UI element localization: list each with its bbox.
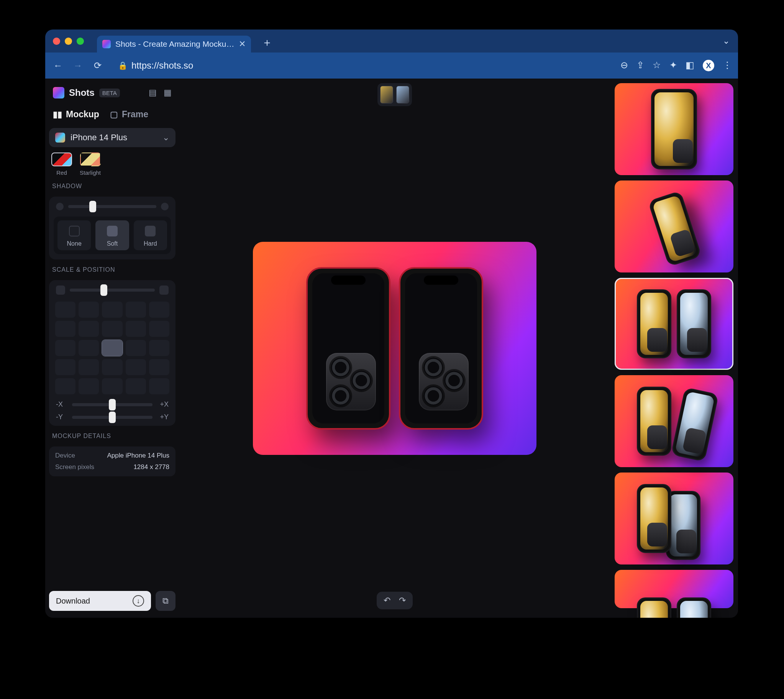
grid-icon[interactable]: ▦ (164, 88, 172, 98)
camera-bump-icon (326, 353, 376, 411)
chat-icon[interactable]: ▤ (149, 88, 157, 98)
shadow-hard-label: Hard (144, 240, 157, 247)
scale-section-title: SCALE & POSITION (49, 265, 175, 275)
back-button[interactable]: ← (51, 59, 65, 72)
profile-icon[interactable]: X (703, 60, 714, 71)
preset-item[interactable] (615, 570, 733, 608)
position-cell[interactable] (102, 340, 122, 356)
browser-tab[interactable]: Shots - Create Amazing Mocku… ✕ (97, 36, 251, 53)
shadow-slider-thumb[interactable] (89, 201, 96, 212)
preset-item[interactable] (615, 83, 733, 175)
position-cell[interactable] (79, 378, 99, 394)
forward-button[interactable]: → (71, 59, 84, 72)
position-cell[interactable] (79, 359, 99, 375)
zoom-out-icon[interactable]: ⊖ (620, 60, 628, 71)
preset-item[interactable] (615, 278, 733, 370)
position-cell[interactable] (55, 359, 76, 375)
position-cell[interactable] (79, 340, 99, 356)
tabs-menu-icon[interactable]: ⌄ (723, 36, 733, 46)
position-cell[interactable] (126, 359, 146, 375)
canvas-card[interactable] (253, 242, 536, 455)
tab-frame[interactable]: ▢ Frame (110, 109, 148, 119)
position-cell[interactable] (149, 301, 169, 318)
panel-tabs: ▮▮ Mockup ▢ Frame (49, 108, 175, 123)
x-plus-label: +X (157, 401, 169, 409)
canvas: ↶ ↷ (179, 79, 610, 618)
preset-item[interactable] (615, 181, 733, 272)
x-slider[interactable] (72, 403, 152, 406)
phone-mockup-2[interactable] (399, 267, 483, 430)
position-cell[interactable] (149, 378, 169, 394)
details-key: Screen pixels (55, 463, 94, 471)
screen-1 (312, 273, 384, 424)
position-cell[interactable] (126, 340, 146, 356)
layer-thumb-2[interactable] (396, 86, 409, 103)
color-swatch-starlight[interactable] (80, 152, 101, 166)
position-cell[interactable] (55, 378, 76, 394)
position-cell[interactable] (102, 359, 122, 375)
extensions-icon[interactable]: ✦ (670, 60, 677, 71)
share-icon[interactable]: ⇪ (637, 60, 644, 71)
undo-button[interactable]: ↶ (384, 596, 390, 606)
download-icon: ↓ (132, 595, 144, 607)
position-cell[interactable] (102, 378, 122, 394)
phone-mockup-1[interactable] (306, 267, 390, 430)
sidepanel-icon[interactable]: ◧ (686, 60, 694, 71)
scale-max-icon (159, 285, 169, 295)
position-cell[interactable] (79, 321, 99, 337)
device-select[interactable]: iPhone 14 Plus ⌄ (49, 128, 175, 147)
address-input[interactable]: 🔒 https://shots.so (111, 57, 614, 74)
position-cell[interactable] (79, 301, 99, 318)
new-tab-button[interactable]: ＋ (262, 35, 273, 50)
position-cell[interactable] (102, 301, 122, 318)
tab-mockup[interactable]: ▮▮ Mockup (53, 109, 99, 119)
title-bar: Shots - Create Amazing Mocku… ✕ ＋ ⌄ (45, 30, 738, 53)
preset-item[interactable] (615, 472, 733, 565)
close-tab-icon[interactable]: ✕ (239, 39, 246, 49)
position-cell[interactable] (55, 340, 76, 356)
kebab-menu-icon[interactable]: ⋮ (723, 60, 732, 71)
url-text: https://shots.so (131, 60, 193, 71)
bookmark-icon[interactable]: ☆ (653, 60, 661, 71)
y-slider-thumb[interactable] (109, 412, 116, 423)
position-cell[interactable] (102, 321, 122, 337)
shadow-option-none[interactable]: None (58, 220, 91, 250)
layer-thumb-1[interactable] (380, 86, 393, 103)
scale-slider[interactable] (70, 288, 155, 292)
download-button[interactable]: Download ↓ (49, 591, 151, 611)
color-label-starlight: Starlight (80, 169, 101, 176)
minimize-window-icon[interactable] (65, 38, 72, 45)
shadow-option-hard[interactable]: Hard (134, 220, 167, 250)
scale-slider-thumb[interactable] (100, 284, 107, 296)
position-cell[interactable] (149, 321, 169, 337)
shadow-slider[interactable] (68, 205, 156, 208)
close-window-icon[interactable] (53, 38, 60, 45)
chevron-down-icon: ⌄ (162, 133, 169, 142)
shadow-slider-row (54, 202, 171, 211)
position-cell[interactable] (149, 340, 169, 356)
notch-icon (331, 275, 366, 285)
toolbar-icons: ⊖ ⇪ ☆ ✦ ◧ X ⋮ (620, 60, 732, 71)
position-cell[interactable] (126, 321, 146, 337)
reload-button[interactable]: ⟳ (91, 59, 104, 72)
position-cell[interactable] (55, 321, 76, 337)
preset-item[interactable] (615, 375, 733, 467)
brand-name: Shots (69, 88, 95, 98)
browser-window: Shots - Create Amazing Mocku… ✕ ＋ ⌄ ← → … (45, 30, 738, 618)
y-slider[interactable] (72, 416, 152, 419)
maximize-window-icon[interactable] (77, 38, 84, 45)
redo-button[interactable]: ↷ (399, 596, 406, 606)
position-cell[interactable] (149, 359, 169, 375)
shadow-option-soft[interactable]: Soft (96, 220, 129, 250)
position-cell[interactable] (55, 301, 76, 318)
position-cell[interactable] (126, 378, 146, 394)
copy-button[interactable]: ⧉ (155, 591, 175, 611)
presets-column (610, 79, 738, 618)
tab-title: Shots - Create Amazing Mocku… (115, 40, 234, 49)
color-swatch-red[interactable] (51, 152, 72, 166)
x-slider-thumb[interactable] (109, 399, 116, 411)
position-cell[interactable] (126, 301, 146, 318)
url-bar: ← → ⟳ 🔒 https://shots.so ⊖ ⇪ ☆ ✦ ◧ X ⋮ (45, 53, 738, 79)
sidebar: Shots BETA ▤ ▦ ▮▮ Mockup ▢ Frame (45, 79, 179, 618)
bottom-actions: Download ↓ ⧉ (49, 586, 175, 611)
